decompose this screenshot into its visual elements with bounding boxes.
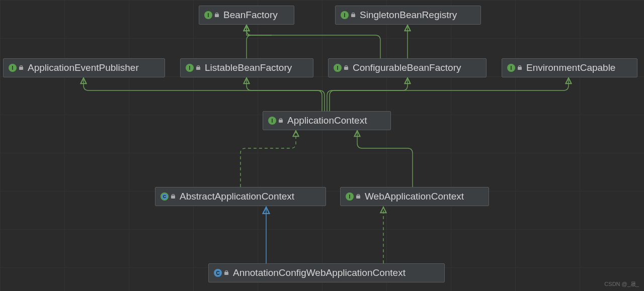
interface-icon (9, 64, 17, 72)
abstract-class-icon (160, 192, 169, 201)
lock-icon (517, 65, 522, 70)
node-web-application-context[interactable]: WebApplicationContext (340, 187, 489, 206)
node-annotation-config-web-application-context[interactable]: AnnotationConfigWebApplicationContext (208, 263, 445, 282)
node-label: AbstractApplicationContext (180, 191, 294, 202)
node-label: ListableBeanFactory (205, 62, 292, 73)
lock-icon (171, 194, 176, 199)
interface-icon (334, 64, 342, 72)
lock-icon (356, 194, 361, 199)
edge-appctx-to-envcapable (330, 78, 569, 111)
node-label: ConfigurableBeanFactory (353, 62, 461, 73)
node-label: AnnotationConfigWebApplicationContext (233, 267, 406, 278)
edge-appctx-to-eventpub (84, 78, 322, 111)
interface-icon (268, 117, 276, 125)
lock-icon (224, 270, 229, 275)
node-label: ApplicationContext (287, 115, 367, 126)
node-label: ApplicationEventPublisher (28, 62, 139, 73)
interface-icon (204, 11, 212, 19)
lock-icon (344, 65, 349, 70)
node-configurable-bean-factory[interactable]: ConfigurableBeanFactory (328, 58, 487, 77)
lock-icon (351, 13, 356, 18)
interface-icon (186, 64, 194, 72)
node-abstract-application-context[interactable]: AbstractApplicationContext (155, 187, 326, 206)
node-environment-capable[interactable]: EnvironmentCapable (502, 58, 637, 77)
node-label: WebApplicationContext (365, 191, 464, 202)
interface-icon (341, 11, 349, 19)
interface-icon (346, 192, 354, 201)
interface-icon (507, 64, 515, 72)
node-application-event-publisher[interactable]: ApplicationEventPublisher (3, 58, 165, 77)
lock-icon (19, 65, 24, 70)
lock-icon (278, 118, 283, 123)
lock-icon (196, 65, 201, 70)
edge-configurable-to-beanfactory (247, 25, 380, 58)
class-icon (214, 269, 222, 277)
node-label: BeanFactory (223, 10, 278, 21)
edge-appctx-to-listable (247, 78, 325, 111)
edge-appctx-to-configurable (327, 78, 408, 111)
edge-listable-to-beanfactory (247, 25, 272, 58)
watermark: CSDN @_晟_ (604, 280, 639, 288)
node-bean-factory[interactable]: BeanFactory (199, 6, 294, 25)
node-label: SingletonBeanRegistry (360, 10, 457, 21)
node-application-context[interactable]: ApplicationContext (263, 111, 391, 130)
node-singleton-bean-registry[interactable]: SingletonBeanRegistry (335, 6, 481, 25)
node-label: EnvironmentCapable (526, 62, 615, 73)
node-listable-bean-factory[interactable]: ListableBeanFactory (180, 58, 313, 77)
edge-abstract-to-appctx (240, 131, 296, 187)
edge-webctx-to-appctx (357, 131, 413, 187)
lock-icon (214, 13, 219, 18)
edges-layer: ApplicationContext (dashed) --> Applicat… (0, 0, 644, 291)
